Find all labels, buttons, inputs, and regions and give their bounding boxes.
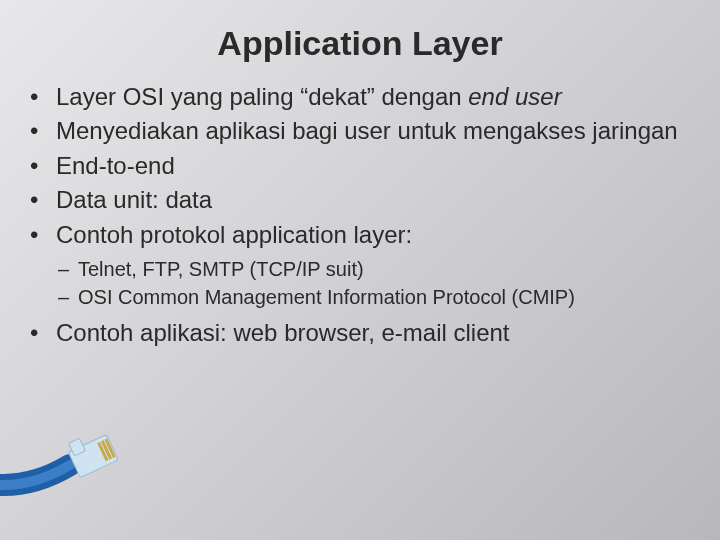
list-item: End-to-end (56, 150, 690, 182)
sub-bullet-list: Telnet, FTP, SMTP (TCP/IP suit) OSI Comm… (56, 255, 690, 311)
list-item: Contoh protokol application layer: Telne… (56, 219, 690, 311)
ethernet-cable-image (0, 410, 170, 500)
bullet-list: Layer OSI yang paling “dekat” dengan end… (0, 81, 720, 349)
slide-title: Application Layer (0, 0, 720, 73)
list-item: OSI Common Management Information Protoc… (78, 283, 690, 311)
list-item: Telnet, FTP, SMTP (TCP/IP suit) (78, 255, 690, 283)
list-item: Contoh aplikasi: web browser, e-mail cli… (56, 317, 690, 349)
list-item: Layer OSI yang paling “dekat” dengan end… (56, 81, 690, 113)
list-item: Menyediakan aplikasi bagi user untuk men… (56, 115, 690, 147)
bullet-text-italic: end user (468, 83, 561, 110)
list-item: Data unit: data (56, 184, 690, 216)
bullet-text: Layer OSI yang paling “dekat” dengan (56, 83, 468, 110)
bullet-text: Contoh protokol application layer: (56, 221, 412, 248)
